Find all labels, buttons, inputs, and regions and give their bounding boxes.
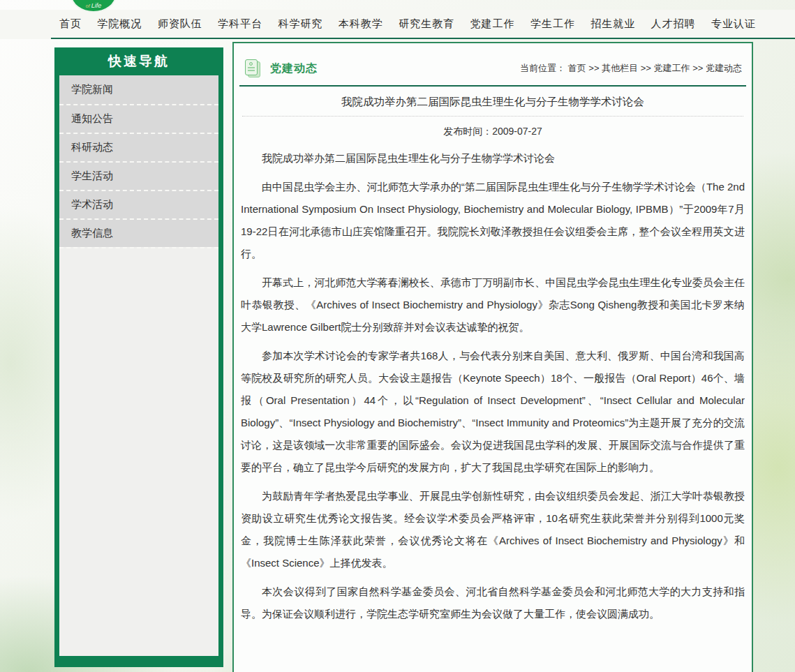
sidebar-item-notices[interactable]: 通知公告: [59, 104, 218, 133]
panel-header: 党建动态 当前位置： 首页 >> 其他栏目 >> 党建工作 >> 党建动态: [245, 59, 742, 78]
college-logo-text: ofLife: [72, 3, 115, 9]
article-paragraph: 由中国昆虫学会主办、河北师范大学承办的“第二届国际昆虫生理生化与分子生物学学术讨…: [241, 176, 745, 265]
title-divider: [242, 116, 743, 117]
breadcrumb-label: 当前位置：: [520, 63, 565, 73]
nav-item-admission[interactable]: 招生就业: [590, 17, 635, 31]
breadcrumb: 当前位置： 首页 >> 其他栏目 >> 党建工作 >> 党建动态: [520, 62, 742, 75]
sidebar-item-college-news[interactable]: 学院新闻: [59, 75, 218, 104]
sidebar-title: 快速导航: [54, 47, 223, 75]
publish-date-line: 发布时间：2009-07-27: [234, 126, 752, 138]
breadcrumb-party-news[interactable]: 党建动态: [706, 63, 742, 73]
nav-item-party[interactable]: 党建工作: [470, 17, 515, 31]
sidebar-filler: [59, 247, 218, 656]
nav-item-recruit[interactable]: 人才招聘: [651, 17, 696, 31]
top-nav-inner: 首页 学院概况 师资队伍 学科平台 科学研究 本科教学 研究生教育 党建工作 学…: [51, 10, 795, 39]
breadcrumb-other-columns[interactable]: 其他栏目: [602, 63, 638, 73]
article-paragraph: 我院成功举办第二届国际昆虫生理生化与分子生物学学术讨论会: [241, 147, 745, 170]
publish-date-value: 2009-07-27: [492, 126, 542, 137]
article-paragraph: 参加本次学术讨论会的专家学者共168人，与会代表分别来自美国、意大利、俄罗斯、中…: [241, 345, 745, 479]
breadcrumb-party-work[interactable]: 党建工作: [654, 63, 690, 73]
breadcrumb-sep: >>: [641, 63, 651, 73]
article-paragraph: 为鼓励青年学者热爱昆虫学事业、开展昆虫学创新性研究，由会议组织委员会发起、浙江大…: [241, 485, 745, 574]
nav-item-graduate[interactable]: 研究生教育: [399, 17, 454, 31]
article-paragraph: 开幕式上，河北师范大学蒋春澜校长、承德市丁万明副市长、中国昆虫学会昆虫生理生化专…: [241, 271, 745, 338]
breadcrumb-sep: >>: [588, 63, 599, 73]
section-title[interactable]: 党建动态: [270, 61, 318, 76]
document-icon: [245, 59, 260, 77]
sidebar-item-academic-activities[interactable]: 学术活动: [59, 190, 218, 218]
nav-item-student[interactable]: 学生工作: [530, 17, 575, 31]
article-paragraph: 本次会议得到了国家自然科学基金委员会、河北省自然科学基金委员会和河北师范大学的大…: [241, 581, 745, 625]
breadcrumb-sep: >>: [692, 63, 703, 73]
nav-item-undergrad[interactable]: 本科教学: [339, 17, 383, 31]
article-title: 我院成功举办第二届国际昆虫生理生化与分子生物学学术讨论会: [248, 94, 738, 110]
nav-item-faculty[interactable]: 师资队伍: [158, 17, 202, 31]
header-divider: [239, 85, 746, 87]
sidebar-menu: 学院新闻 通知公告 科研动态 学生活动 学术活动 教学信息: [59, 75, 218, 656]
nav-item-research[interactable]: 科学研究: [278, 17, 322, 31]
publish-date-label: 发布时间：: [443, 126, 492, 137]
article-body: 我院成功举办第二届国际昆虫生理生化与分子生物学学术讨论会 由中国昆虫学会主办、河…: [241, 147, 745, 625]
nav-item-home[interactable]: 首页: [59, 17, 82, 31]
breadcrumb-home[interactable]: 首页: [568, 63, 586, 73]
sidebar-item-teaching-info[interactable]: 教学信息: [59, 218, 218, 247]
sidebar-item-research-news[interactable]: 科研动态: [59, 133, 218, 161]
nav-item-platform[interactable]: 学科平台: [218, 17, 262, 31]
main-panel: 党建动态 当前位置： 首页 >> 其他栏目 >> 党建工作 >> 党建动态 我院…: [232, 42, 753, 672]
sidebar-item-student-activities[interactable]: 学生活动: [59, 161, 218, 190]
nav-item-overview[interactable]: 学院概况: [97, 17, 142, 31]
nav-item-accreditation[interactable]: 专业认证: [711, 17, 756, 31]
top-nav: 首页 学院概况 师资队伍 学科平台 科学研究 本科教学 研究生教育 党建工作 学…: [0, 10, 795, 39]
quick-nav-sidebar: 快速导航 学院新闻 通知公告 科研动态 学生活动 学术活动 教学信息: [54, 47, 223, 667]
